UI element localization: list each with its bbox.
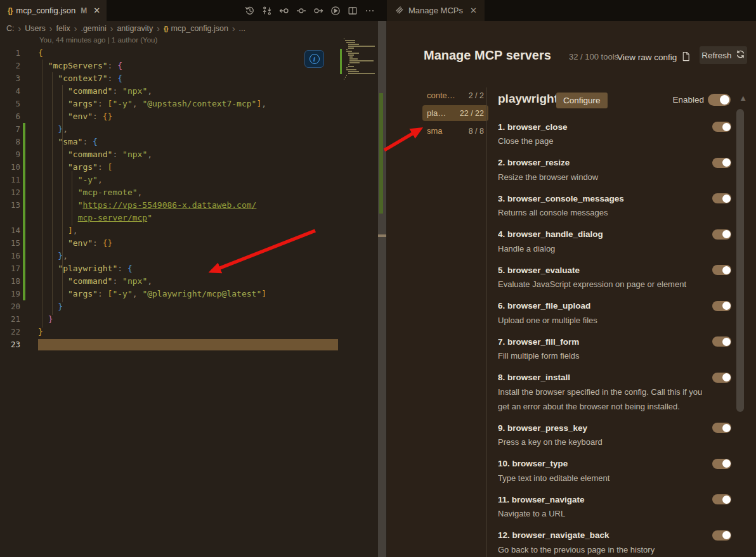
tool-item: 9. browser_press_keyPress a key on the k…	[498, 421, 731, 449]
line-number: 6	[0, 110, 20, 123]
info-widget[interactable]: i	[304, 50, 324, 68]
enabled-label: Enabled	[672, 95, 704, 105]
tool-description: Resize the browser window	[498, 170, 707, 184]
view-raw-config-button[interactable]: View raw config	[617, 51, 691, 63]
code-line[interactable]: 3 "context7": {	[0, 72, 378, 85]
tab-manage-mcps[interactable]: Manage MCPs ✕	[387, 0, 485, 21]
server-list-item-pla[interactable]: pla…22 / 22	[422, 105, 488, 121]
breadcrumb-item[interactable]: .gemini	[81, 24, 106, 33]
tool-enabled-toggle[interactable]	[712, 158, 731, 168]
tool-title: 9. browser_press_key	[498, 423, 587, 433]
tool-enabled-toggle[interactable]	[712, 193, 731, 203]
minimap[interactable]	[339, 37, 378, 87]
git-added-gutter	[23, 123, 25, 136]
refresh-button[interactable]: Refresh	[700, 46, 747, 64]
server-list-item-conte[interactable]: conte…2 / 2	[422, 87, 488, 103]
code-line[interactable]: 20 }	[0, 300, 378, 313]
code-line[interactable]: 15 "env": {}	[0, 237, 378, 250]
breadcrumb-item[interactable]: Users	[25, 24, 46, 33]
run-icon[interactable]	[330, 5, 341, 16]
line-number: 18	[0, 275, 20, 288]
code-line[interactable]: 7 },	[0, 123, 378, 136]
server-name: playwright	[498, 92, 558, 106]
code-line[interactable]: 12 "mcp-remote",	[0, 186, 378, 199]
tool-enabled-toggle[interactable]	[712, 459, 731, 469]
server-enabled-toggle[interactable]	[708, 94, 731, 106]
tab-mcp-config-json[interactable]: {} mcp_config.json M ✕	[0, 0, 107, 21]
json-file-icon: {}	[164, 25, 168, 32]
editor-toolbar	[244, 0, 375, 21]
server-tool-count: 2 / 2	[469, 91, 484, 100]
tool-title: 10. browser_type	[498, 459, 568, 468]
tool-enabled-toggle[interactable]	[712, 336, 731, 347]
line-number: 4	[0, 85, 20, 98]
editor-scrollbar[interactable]	[378, 21, 386, 557]
tool-item: 12. browser_navigate_backGo back to the …	[498, 529, 731, 557]
panel-tab-strip: Manage MCPs ✕	[387, 0, 756, 21]
server-tool-count: 8 / 8	[469, 127, 484, 136]
source-control-icon[interactable]	[261, 5, 273, 16]
more-actions-icon[interactable]	[364, 5, 375, 16]
line-number: 7	[0, 123, 20, 136]
next-change-icon[interactable]	[313, 5, 324, 16]
history-icon[interactable]	[244, 5, 256, 16]
minimap-git-indicator	[340, 49, 342, 74]
line-number: 1	[0, 47, 20, 60]
change-dot-icon[interactable]	[296, 5, 307, 16]
split-editor-icon[interactable]	[347, 5, 358, 16]
breadcrumb-item[interactable]: felix	[56, 24, 70, 33]
chevron-right-icon: ›	[157, 23, 160, 34]
code-line[interactable]: 10 "args": [	[0, 161, 378, 174]
code-line[interactable]: 18 "command": "npx",	[0, 275, 378, 288]
git-added-gutter	[23, 250, 25, 262]
breadcrumb-item[interactable]: ...	[239, 24, 245, 33]
chevron-right-icon: ›	[74, 23, 77, 34]
code-line[interactable]: 9 "command": "npx",	[0, 148, 378, 161]
tool-enabled-toggle[interactable]	[712, 494, 731, 504]
tool-description: Upload one or multiple files	[498, 313, 707, 328]
file-icon	[681, 51, 691, 63]
previous-change-icon[interactable]	[278, 5, 290, 16]
tool-enabled-toggle[interactable]	[712, 530, 731, 541]
tool-enabled-toggle[interactable]	[712, 301, 731, 311]
server-list-item-sma[interactable]: sma8 / 8	[422, 123, 488, 139]
code-line[interactable]: 6 "env": {}	[0, 110, 378, 123]
code-line[interactable]: 4 "command": "npx",	[0, 85, 378, 98]
code-line[interactable]: 8 "sma": {	[0, 136, 378, 148]
code-line[interactable]: 23	[0, 338, 378, 351]
line-number: 19	[0, 288, 20, 300]
tool-enabled-toggle[interactable]	[712, 423, 731, 433]
code-line[interactable]: 17 "playwright": {	[0, 262, 378, 275]
code-line[interactable]: 5 "args": ["-y", "@upstash/context7-mcp"…	[0, 98, 378, 110]
tool-title: 5. browser_evaluate	[498, 266, 580, 275]
tool-item: 4. browser_handle_dialogHandle a dialog	[498, 228, 731, 256]
scrollbar-thumb[interactable]	[736, 109, 744, 412]
code-line[interactable]: 19 "args": ["-y", "@playwright/mcp@lates…	[0, 288, 378, 300]
page-title: Manage MCP servers	[424, 48, 551, 63]
breadcrumb-item[interactable]: C:	[6, 24, 15, 33]
code-line[interactable]: 13 "https://vps-5549086-x.dattaweb.com/	[0, 199, 378, 212]
tool-enabled-toggle[interactable]	[712, 122, 731, 132]
code-line[interactable]: 22}	[0, 326, 378, 338]
tool-enabled-toggle[interactable]	[712, 265, 731, 275]
git-added-gutter	[23, 262, 25, 275]
tool-description: Type text into editable element	[498, 471, 707, 485]
code-line[interactable]: mcp-server/mcp"	[0, 212, 378, 224]
chevron-right-icon: ›	[110, 23, 114, 34]
configure-button[interactable]: Configure	[556, 93, 608, 108]
close-panel-tab-icon[interactable]: ✕	[470, 6, 477, 15]
breadcrumb-item[interactable]: mcp_config.json	[171, 24, 228, 33]
code-line[interactable]: 11 "-y",	[0, 174, 378, 186]
code-line[interactable]: 14 ],	[0, 224, 378, 237]
tool-title: 4. browser_handle_dialog	[498, 229, 603, 239]
code-editor[interactable]: 1{2 "mcpServers": {3 "context7": {4 "com…	[0, 47, 378, 351]
code-line[interactable]: 21 }	[0, 313, 378, 326]
close-tab-icon[interactable]: ✕	[93, 6, 100, 15]
tool-enabled-toggle[interactable]	[712, 229, 731, 240]
tool-enabled-toggle[interactable]	[712, 373, 731, 383]
divider	[486, 87, 487, 557]
line-number: 14	[0, 224, 20, 237]
line-number: 2	[0, 60, 20, 72]
breadcrumb-item[interactable]: antigravity	[117, 24, 153, 33]
code-line[interactable]: 16 },	[0, 250, 378, 262]
